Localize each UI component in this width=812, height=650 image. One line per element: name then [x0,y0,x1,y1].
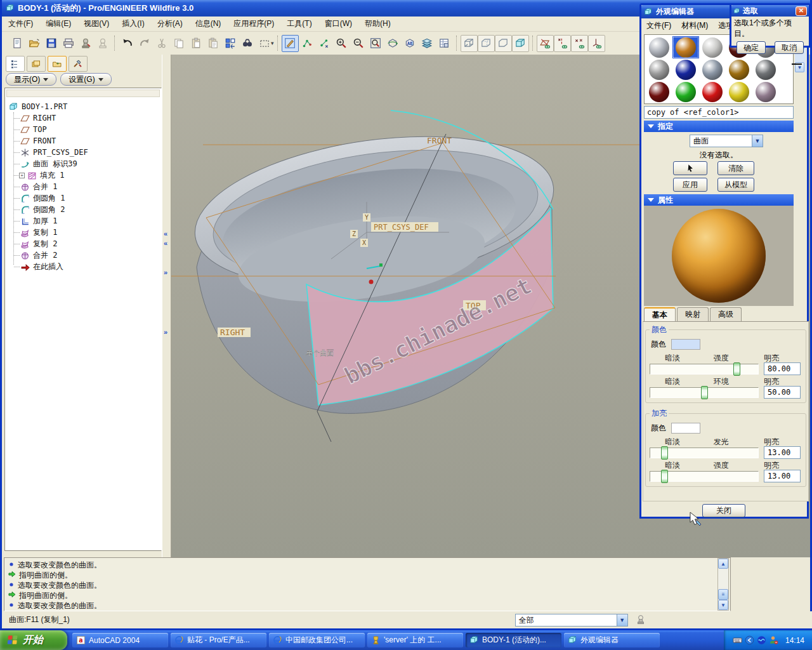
tree-item-填充 1[interactable]: +填充 1 [20,169,160,181]
connections-tab[interactable] [69,56,88,72]
menu-编辑(E)[interactable]: 编辑(E) [39,17,77,31]
menu-帮助(H)[interactable]: 帮助(H) [358,17,397,31]
csys-label[interactable]: PRT_CSYS_DEF [374,223,429,232]
task-外观编辑器[interactable]: 外观编辑器 [564,633,660,647]
palette-color-6[interactable] [672,58,699,81]
cut-button[interactable] [153,35,170,52]
assign-section-header[interactable]: 指定 [644,121,794,132]
palette-color-2[interactable] [699,36,726,58]
task-BODY-1 (活动的)...[interactable]: BODY-1 (活动的)... [466,633,561,647]
tab-高级[interactable]: 高级 [710,307,742,321]
close-icon[interactable]: ✕ [796,6,807,16]
filter-icon[interactable] [636,614,646,627]
message-scrollbar[interactable]: ▲ ≡ ▼ [717,558,729,611]
datum-csys-toggle-button[interactable] [588,35,605,52]
tree-item-TOP[interactable]: TOP [20,124,160,135]
open-button[interactable] [25,35,43,52]
palette-color-10[interactable] [646,81,672,103]
combo-arrow-icon[interactable]: ▼ [752,135,763,147]
task-中国邮政集团公司...[interactable]: 中国邮政集团公司... [269,633,365,647]
scroll-down-icon[interactable]: ▼ [718,600,728,610]
slider-track[interactable] [650,448,759,458]
palette-color-12[interactable] [699,81,726,103]
tree-item-复制 2[interactable]: 复制 2 [20,238,160,249]
datum-axis-toggle-button[interactable] [554,35,571,52]
datum-point-toggle-button[interactable] [571,35,588,52]
undo-button[interactable] [119,35,136,52]
user-icon[interactable] [769,635,778,645]
tree-item-倒圆角 1[interactable]: 倒圆角 1 [20,192,160,204]
datum-point-tool-button[interactable] [299,35,316,52]
tree-expander-icon[interactable]: + [19,173,25,178]
slider-thumb[interactable] [733,362,740,376]
tree-item-合并 2[interactable]: 合并 2 [20,249,160,261]
redo-button[interactable] [136,35,153,52]
tab-映射[interactable]: 映射 [677,307,709,321]
menu-视图(V)[interactable]: 视图(V) [77,17,115,31]
menu-窗口(W)[interactable]: 窗口(W) [318,17,358,31]
collapse-chevron-icon[interactable]: « [164,230,167,237]
palette-color-1[interactable] [672,36,699,58]
right-plane-label[interactable]: RIGHT [220,328,245,337]
slider-thumb[interactable] [701,386,708,399]
offset-point-tool-button[interactable] [316,35,333,52]
stamp-disabled-button[interactable] [94,35,111,52]
tree-item-FRONT[interactable]: FRONT [20,135,160,147]
zoom-in-button[interactable] [333,35,350,52]
tree-item-PRT_CSYS_DEF[interactable]: PRT_CSYS_DEF [20,147,160,158]
dropdown-arrow-icon[interactable]: ▾ [271,40,274,46]
panel-splitter[interactable]: « « » » [162,55,171,557]
appearance-name-field[interactable] [644,106,794,119]
paste-button[interactable] [187,35,204,52]
no-hidden-button[interactable] [495,35,512,52]
slider-track[interactable] [650,387,759,398]
menu-插入(I)[interactable]: 插入(I) [115,17,150,31]
highlight-swatch[interactable] [671,423,700,434]
folder-browser-tab[interactable] [27,56,46,72]
menu-工具(T)[interactable]: 工具(T) [280,17,318,31]
new-button[interactable] [8,35,25,52]
collapse-chevron-icon[interactable]: « [164,240,167,246]
cancel-button[interactable]: 取消 [775,41,804,54]
task-贴花 - Pro/E产品...[interactable]: 贴花 - Pro/E产品... [171,633,266,647]
front-plane-label[interactable]: FRONT [427,136,452,145]
language-icon[interactable] [745,635,754,645]
paste-special-button[interactable] [204,35,221,52]
reorient-button[interactable] [384,35,402,52]
sketch-button[interactable] [282,35,299,52]
menu-文件(F)[interactable]: 文件(F) [2,17,39,31]
slider-thumb[interactable] [661,470,668,483]
slider-thumb[interactable] [661,446,668,460]
tree-item-RIGHT[interactable]: RIGHT [20,112,160,124]
keyboard-icon[interactable] [733,635,742,645]
slider-track[interactable] [650,364,759,375]
tree-item-合并 1[interactable]: 合并 1 [20,181,160,192]
from-model-button[interactable]: 从模型 [717,178,754,192]
slider-value-field[interactable]: 13.00 [764,470,801,482]
tree-item-倒圆角 2[interactable]: 倒圆角 2 [20,204,160,215]
combo-arrow-icon[interactable]: ▼ [617,614,627,626]
palette-color-0[interactable] [646,36,672,58]
apply-button[interactable]: 应用 [673,178,707,192]
menu-应用程序(P)[interactable]: 应用程序(P) [227,17,280,31]
close-button[interactable]: 关闭 [702,504,745,517]
start-button[interactable]: 开始 [0,630,67,650]
ae-menu-文件(F)[interactable]: 文件(F) [641,19,676,32]
zoom-fit-button[interactable] [367,35,384,52]
palette-color-5[interactable] [646,58,672,81]
select-box-button[interactable] [256,35,273,52]
slider-track[interactable] [650,471,759,482]
datum-plane-toggle-button[interactable] [537,35,554,52]
assign-scope-dropdown[interactable]: 曲面 ▼ [690,135,763,147]
color-swatch[interactable] [671,339,700,350]
regenerate-button[interactable] [221,35,239,52]
scroll-thumb[interactable]: ≡ [718,589,728,600]
task-AutoCAD 2004[interactable]: aAutoCAD 2004 [72,633,168,647]
favorites-tab[interactable]: * [48,56,67,72]
view-manager-button[interactable] [436,35,453,52]
palette-color-8[interactable] [726,58,752,81]
tree-item-在此插入[interactable]: 在此插入 [20,261,160,272]
save-button[interactable] [43,35,60,52]
ae-menu-材料(M)[interactable]: 材料(M) [676,19,713,32]
tree-root-item[interactable]: BODY-1.PRT [9,101,160,112]
